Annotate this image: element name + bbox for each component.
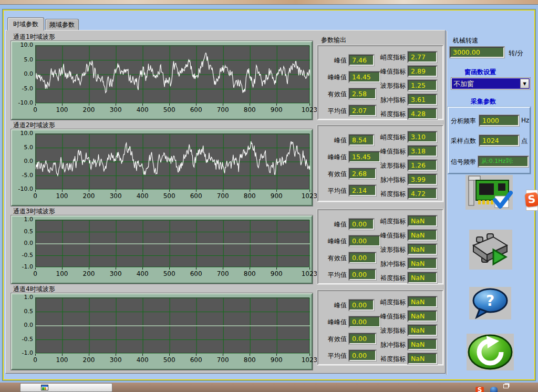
x-axis-tick: 200: [78, 106, 99, 114]
shape-value-ch4: NaN: [408, 325, 437, 336]
x-axis-tick: 500: [159, 270, 180, 277]
params-group-channel2: 峰值8.54峰峰值15.45有效值2.68平均值2.14峭度指标3.10峰值指标…: [317, 125, 443, 202]
peak-value-ch2: 8.54: [349, 135, 374, 146]
waveform-graph-channel2[interactable]: 10.05.00.0-5.0-10.0010020030040050060070…: [11, 129, 313, 206]
y-axis-tick: -5.0: [13, 172, 33, 179]
window-function-label: 窗函数设置: [464, 68, 496, 77]
help-bubble-icon[interactable]: ?: [469, 287, 511, 319]
plot-area-channel4[interactable]: [35, 297, 309, 353]
y-axis-tick: -1.0: [13, 349, 33, 356]
x-axis-tick: 1023: [299, 356, 320, 364]
daq-card-check-icon[interactable]: [465, 175, 513, 210]
plot-area-channel1[interactable]: [35, 45, 309, 103]
x-axis-tick: 700: [212, 106, 233, 114]
crest-value-ch2: 3.18: [408, 146, 437, 157]
x-axis-tickmark: [142, 104, 143, 106]
tab-time-domain[interactable]: 时域参数: [7, 17, 44, 30]
y-axis-tick: -0.5: [13, 336, 33, 343]
x-axis-tick: 0: [25, 356, 46, 364]
x-axis-tickmark: [62, 190, 63, 192]
chip-run-icon[interactable]: [469, 230, 512, 270]
crest-label: 峰值指标: [379, 147, 406, 156]
peak-to-peak-value-ch1: 14.45: [349, 71, 380, 82]
x-axis-tickmark: [169, 104, 170, 106]
analysis-frequency-input[interactable]: 1000: [479, 115, 519, 126]
rms-value-ch3: 0.00: [349, 252, 376, 263]
mean-value-ch1: 2.07: [349, 105, 376, 116]
x-axis-tick: 600: [185, 270, 206, 277]
x-axis-tick: 800: [239, 356, 260, 364]
x-axis-tickmark: [116, 267, 116, 270]
waveform-graph-channel3[interactable]: 1.00.50.0-0.5-1.001002003004005006007008…: [11, 215, 313, 284]
kurtosis-label: 峭度指标: [379, 298, 406, 307]
window-function-dropdown[interactable]: 不加窗 ▼: [451, 77, 531, 90]
sample-count-input[interactable]: 1024: [479, 135, 519, 146]
kurtosis-label: 峭度指标: [379, 217, 406, 226]
x-axis-tickmark: [309, 190, 310, 192]
taskbar-app-icon: [41, 385, 48, 390]
machine-speed-label: 机械转速: [453, 36, 478, 45]
x-axis-tickmark: [309, 104, 310, 106]
mean-value-ch2: 2.14: [349, 185, 376, 196]
y-axis-tick: -5.0: [13, 85, 33, 92]
y-axis-tick: 0.0: [13, 158, 33, 164]
x-axis-tickmark: [35, 267, 36, 270]
y-axis-tick: -10.0: [13, 99, 33, 106]
plot-area-channel3[interactable]: [35, 220, 309, 267]
waveform-graph-channel4[interactable]: 1.00.50.0-0.5-1.001002003004005006007008…: [11, 293, 313, 370]
tray-restore-windows-icon[interactable]: [503, 384, 509, 388]
x-axis-tickmark: [276, 267, 277, 270]
x-axis-tick: 500: [159, 192, 180, 200]
waveform-graph-channel1[interactable]: 10.05.00.0-5.0-10.0010020030040050060070…: [11, 41, 313, 120]
x-axis-tick: 800: [239, 192, 260, 200]
y-axis-tick: 0.5: [13, 228, 33, 235]
kurtosis-value-ch3: NaN: [408, 215, 437, 226]
x-axis-tick: 100: [51, 356, 73, 364]
x-axis-tickmark: [309, 267, 310, 270]
impulse-value-ch4: NaN: [408, 339, 437, 350]
kurtosis-label: 峭度指标: [379, 53, 406, 62]
y-axis-tick: 10.0: [13, 42, 33, 48]
crest-value-ch4: NaN: [408, 311, 437, 322]
sogou-ime-icon[interactable]: S: [525, 192, 538, 207]
taskbar-app-button[interactable]: [20, 383, 112, 392]
mean-label: 平均值: [322, 107, 347, 116]
peak-value-ch1: 7.46: [349, 55, 374, 66]
x-axis-tickmark: [62, 267, 63, 270]
x-axis-tickmark: [223, 104, 223, 106]
x-axis-tickmark: [169, 267, 170, 270]
clearance-label: 裕度指标: [379, 274, 406, 283]
x-axis-tick: 0: [25, 106, 46, 114]
shape-label: 波形指标: [379, 81, 406, 90]
tray-browser-icon[interactable]: [490, 387, 498, 392]
y-axis-tick: -0.5: [13, 252, 33, 259]
x-axis-tickmark: [116, 104, 116, 106]
x-axis-tickmark: [89, 190, 89, 192]
signal-band-label: 信号频带: [451, 158, 476, 167]
x-axis-tickmark: [223, 354, 223, 356]
x-axis-tickmark: [116, 354, 116, 356]
x-axis-tick: 500: [159, 356, 180, 364]
machine-speed-input[interactable]: 3000.00: [450, 47, 504, 58]
params-group-channel4: 峰值0.00峰峰值0.00有效值0.00平均值0.00峭度指标NaN峰值指标Na…: [317, 290, 443, 365]
x-axis-tickmark: [142, 267, 143, 270]
x-axis-tick: 300: [105, 192, 126, 200]
rms-label: 有效值: [322, 335, 347, 344]
x-axis-tick: 600: [185, 106, 206, 114]
tab-frequency-domain[interactable]: 频域参数: [45, 19, 79, 30]
x-axis-tick: 600: [185, 192, 206, 200]
x-axis-tick: 700: [212, 356, 233, 364]
x-axis-tickmark: [250, 354, 250, 356]
x-axis-tick: 800: [239, 270, 260, 277]
mean-label: 平均值: [322, 352, 347, 360]
chevron-down-icon[interactable]: ▼: [520, 79, 529, 88]
x-axis-tickmark: [276, 104, 277, 106]
y-axis-tick: 0.0: [13, 322, 33, 328]
y-axis-tick: 5.0: [13, 144, 33, 151]
refresh-icon[interactable]: [467, 334, 514, 370]
crest-label: 峰值指标: [379, 312, 406, 321]
tray-sogou-icon[interactable]: S: [475, 387, 484, 392]
plot-area-channel2[interactable]: [35, 133, 309, 189]
x-axis-tick: 800: [239, 106, 260, 114]
sample-count-label: 采样点数: [451, 137, 476, 146]
